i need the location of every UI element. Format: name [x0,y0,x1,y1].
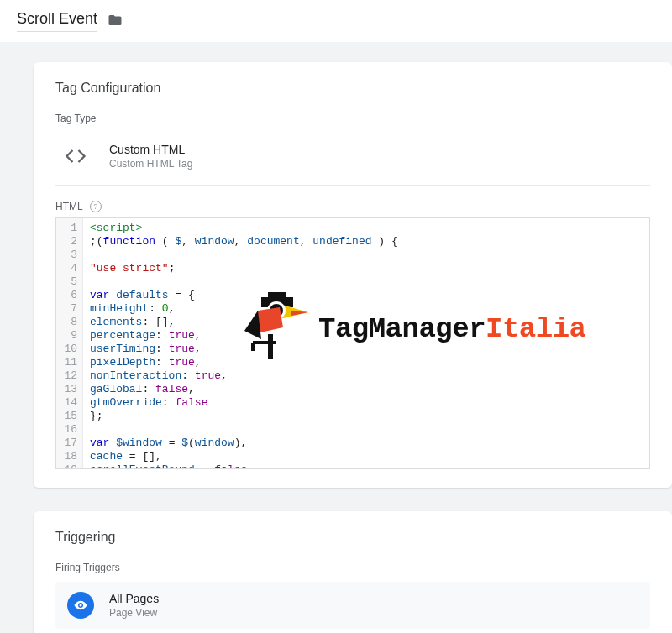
tag-type-text: Custom HTML Custom HTML Tag [109,143,192,170]
trigger-row[interactable]: All Pages Page View [55,582,650,629]
trigger-text: All Pages Page View [109,592,159,619]
code-lines[interactable]: <script>;(function ( $, window, document… [83,218,649,468]
tag-type-name: Custom HTML [109,143,192,156]
tag-type-label: Tag Type [55,112,650,124]
card-title: Triggering [55,530,650,545]
content-area: Tag Configuration Tag Type Custom HTML C… [0,42,672,633]
tag-configuration-card[interactable]: Tag Configuration Tag Type Custom HTML C… [34,62,672,488]
line-gutter: 12345678910111213141516171819 [56,218,83,468]
html-label: HTML [55,201,83,212]
tag-type-row[interactable]: Custom HTML Custom HTML Tag [55,133,650,186]
code-brackets-icon [59,139,92,173]
folder-icon[interactable] [108,13,123,30]
trigger-name: All Pages [109,592,159,605]
code-editor[interactable]: 12345678910111213141516171819 <script>;(… [55,217,650,469]
svg-point-9 [80,604,82,607]
eye-icon [67,592,94,619]
help-icon[interactable]: ? [90,201,102,212]
page-header: Scroll Event [0,0,672,42]
html-label-row: HTML ? [55,201,650,212]
tag-type-sub: Custom HTML Tag [109,158,192,170]
trigger-sub: Page View [109,607,159,619]
page-title[interactable]: Scroll Event [17,10,97,32]
triggering-card[interactable]: Triggering Firing Triggers All Pages Pag… [34,511,672,633]
firing-triggers-label: Firing Triggers [55,562,650,573]
card-title: Tag Configuration [55,81,650,96]
